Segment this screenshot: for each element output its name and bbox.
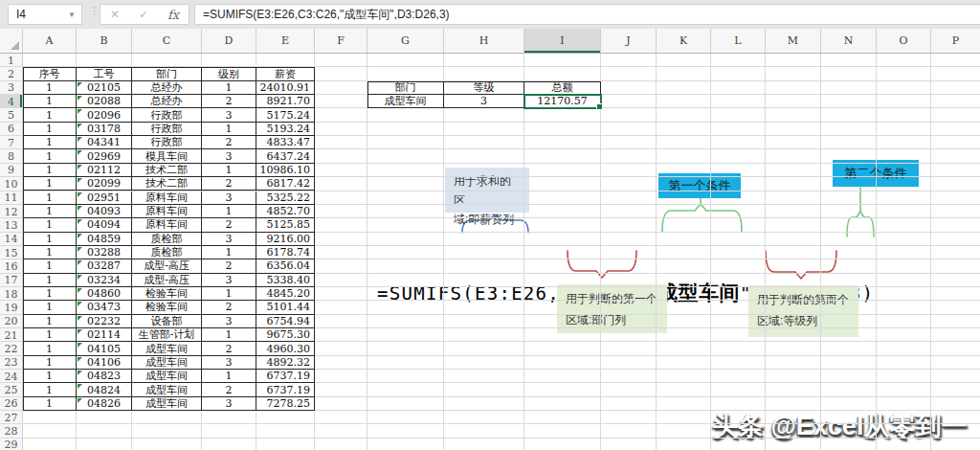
main-table-cell[interactable]: 成型-高压 [132,274,202,287]
row-header-28[interactable]: 28 [0,424,23,438]
col-header-F[interactable]: F [315,29,368,53]
main-table-cell[interactable]: 6754.94 [256,315,315,328]
main-table-cell[interactable]: 03234 [77,274,132,287]
col-header-H[interactable]: H [444,29,524,53]
row-header-19[interactable]: 19 [0,301,23,314]
main-table-cell[interactable]: 1 [23,383,77,396]
main-table-cell[interactable]: 1 [202,287,256,301]
result-table-header-cell[interactable]: 总额 [524,81,601,95]
col-header-E[interactable]: E [256,29,315,53]
main-table-cell[interactable]: 检验车间 [132,287,202,301]
row-header-25[interactable]: 25 [0,383,23,396]
row-header-13[interactable]: 13 [0,218,23,232]
row-header-29[interactable]: 29 [0,439,23,450]
row-header-6[interactable]: 6 [0,123,23,136]
main-table-cell[interactable]: 04341 [77,136,132,149]
main-table-cell[interactable]: 04105 [77,342,132,355]
main-table-cell[interactable]: 02114 [77,328,132,342]
select-all-corner[interactable] [0,29,23,53]
row-header-20[interactable]: 20 [0,315,23,328]
col-header-L[interactable]: L [711,29,766,53]
row-header-27[interactable]: 27 [0,411,23,424]
main-table-header-cell[interactable]: 级别 [202,67,256,80]
main-table-cell[interactable]: 7278.25 [256,397,315,411]
col-header-C[interactable]: C [132,29,202,53]
main-table-cell[interactable]: 2 [202,177,256,191]
row-header-15[interactable]: 15 [0,246,23,259]
main-table-cell[interactable]: 总经办 [132,95,202,108]
main-table-cell[interactable]: 1 [23,123,77,136]
col-header-J[interactable]: J [601,29,657,53]
main-table-cell[interactable]: 1 [23,274,77,287]
main-table-cell[interactable]: 1 [202,205,256,218]
main-table-cell[interactable]: 3 [202,149,256,163]
main-table-cell[interactable]: 2 [202,218,256,232]
row-header-23[interactable]: 23 [0,356,23,370]
main-table-cell[interactable]: 6817.42 [256,177,315,191]
formula-input[interactable]: =SUMIFS(E3:E26,C3:C26,"成型车间",D3:D26,3) [194,4,980,25]
main-table-cell[interactable]: 1 [23,149,77,163]
row-header-3[interactable]: 3 [0,81,23,95]
main-table-cell[interactable]: 1 [23,108,77,122]
main-table-cell[interactable]: 3 [202,315,256,328]
row-header-14[interactable]: 14 [0,233,23,246]
main-table-cell[interactable]: 4852.70 [256,205,315,218]
main-table-cell[interactable]: 9675.30 [256,328,315,342]
main-table-cell[interactable]: 1 [23,370,77,383]
main-table-cell[interactable]: 5193.24 [256,123,315,136]
row-header-11[interactable]: 11 [0,191,23,205]
col-header-A[interactable]: A [23,29,77,53]
main-table-cell[interactable]: 1 [23,205,77,218]
main-table-cell[interactable]: 04823 [77,370,132,383]
main-table-cell[interactable]: 行政部 [132,136,202,149]
main-table-cell[interactable]: 2 [202,301,256,314]
main-table-cell[interactable]: 2 [202,95,256,108]
main-table-cell[interactable]: 1 [23,164,77,177]
main-table-cell[interactable]: 04859 [77,233,132,246]
main-table-cell[interactable]: 3 [202,108,256,122]
main-table-cell[interactable]: 2 [202,259,256,273]
main-table-cell[interactable]: 5125.85 [256,218,315,232]
col-header-G[interactable]: G [368,29,444,53]
main-table-cell[interactable]: 6178.74 [256,246,315,259]
main-table-cell[interactable]: 2 [202,342,256,355]
main-table-cell[interactable]: 03178 [77,123,132,136]
main-table-cell[interactable]: 模具车间 [132,149,202,163]
main-table-cell[interactable]: 03473 [77,301,132,314]
main-table-cell[interactable]: 4845.20 [256,287,315,301]
main-table-cell[interactable]: 1 [23,95,77,108]
row-header-4[interactable]: 4 [0,95,23,108]
main-table-cell[interactable]: 8921.70 [256,95,315,108]
col-header-M[interactable]: M [766,29,821,53]
result-table-header-cell[interactable]: 部门 [368,81,444,95]
main-table-cell[interactable]: 1 [23,191,77,205]
row-header-7[interactable]: 7 [0,136,23,149]
col-header-D[interactable]: D [202,29,256,53]
main-table-cell[interactable]: 04824 [77,383,132,396]
row-header-1[interactable]: 1 [0,54,23,67]
main-table-cell[interactable]: 1 [23,259,77,273]
main-table-cell[interactable]: 02969 [77,149,132,163]
main-table-cell[interactable]: 5101.44 [256,301,315,314]
main-table-cell[interactable]: 检验车间 [132,301,202,314]
main-table-cell[interactable]: 1 [23,81,77,95]
main-table-cell[interactable]: 02951 [77,191,132,205]
main-table-cell[interactable]: 02096 [77,108,132,122]
main-table-cell[interactable]: 技术二部 [132,164,202,177]
main-table-cell[interactable]: 4833.47 [256,136,315,149]
main-table-cell[interactable]: 1 [202,370,256,383]
main-table-cell[interactable]: 成型车间 [132,342,202,355]
result-table-cell[interactable]: 3 [444,95,524,108]
col-header-K[interactable]: K [657,29,711,53]
main-table-cell[interactable]: 1 [23,301,77,314]
main-table-cell[interactable]: 3 [202,191,256,205]
main-table-cell[interactable]: 2 [202,383,256,396]
main-table-cell[interactable]: 行政部 [132,123,202,136]
name-box-dropdown-icon[interactable]: ▼ [68,11,76,19]
main-table-cell[interactable]: 9216.00 [256,233,315,246]
fill-handle[interactable] [596,103,603,110]
main-table-cell[interactable]: 1 [23,356,77,370]
main-table-cell[interactable]: 成型车间 [132,397,202,411]
row-header-5[interactable]: 5 [0,108,23,122]
row-header-26[interactable]: 26 [0,397,23,411]
